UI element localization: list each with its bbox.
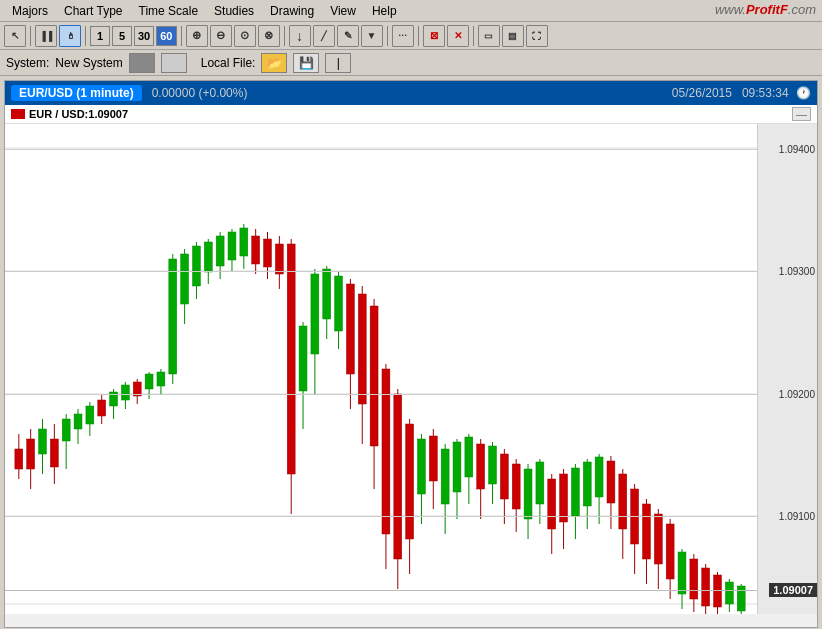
svg-rect-30	[157, 372, 165, 386]
toolbar: ↖ ▐▐ 🕯 1 5 30 60 ⊕ ⊖ ⊙ ⊗ ↓ ╱ ✎ ▼ ⋯ ⊠ ✕ ▭…	[0, 22, 822, 50]
chart-canvas-area: 1.09400 1.09300 1.09200 1.09100 1.09007	[5, 124, 817, 614]
close-x-btn[interactable]: ✕	[447, 25, 469, 47]
toolbar-sep-5	[387, 26, 388, 46]
layout-btn[interactable]: ▤	[502, 25, 524, 47]
line-draw-btn[interactable]: ╱	[313, 25, 335, 47]
snapshot-btn[interactable]: ▭	[478, 25, 500, 47]
period-60-btn[interactable]: 60	[156, 26, 176, 46]
system-label: System:	[6, 56, 49, 70]
svg-rect-10	[39, 429, 47, 454]
grid-line-1	[5, 149, 757, 150]
svg-rect-12	[50, 439, 58, 467]
svg-rect-14	[62, 419, 70, 441]
sys-btn-2[interactable]	[161, 53, 187, 73]
local-file-more-btn[interactable]: |	[325, 53, 351, 73]
chart-price-info: 0.00000 (+0.00%)	[152, 86, 672, 100]
symbol-text: EUR / USD:1.09007	[29, 108, 128, 120]
pointer-tool-btn[interactable]: ↖	[4, 25, 26, 47]
svg-rect-16	[74, 414, 82, 429]
menu-majors[interactable]: Majors	[4, 2, 56, 20]
svg-rect-66	[370, 306, 378, 446]
period-1-btn[interactable]: 1	[90, 26, 110, 46]
price-label-1: 1.09400	[779, 143, 815, 154]
price-axis: 1.09400 1.09300 1.09200 1.09100 1.09007	[757, 124, 817, 614]
svg-rect-98	[560, 474, 568, 522]
menu-bar: Majors Chart Type Time Scale Studies Dra…	[0, 0, 822, 22]
period-5-btn[interactable]: 5	[112, 26, 132, 46]
price-label-2: 1.09300	[779, 266, 815, 277]
svg-rect-24	[121, 385, 129, 400]
brand-logo: www.ProfitF.com	[715, 2, 816, 17]
symbol-flag	[11, 109, 25, 119]
svg-rect-50	[275, 244, 283, 274]
grid-line-4	[5, 516, 757, 517]
scroll-down-btn[interactable]: ↓	[289, 25, 311, 47]
svg-rect-62	[346, 284, 354, 374]
delete-btn[interactable]: ⊠	[423, 25, 445, 47]
svg-rect-106	[607, 461, 615, 503]
svg-rect-90	[512, 464, 520, 509]
svg-rect-104	[595, 457, 603, 497]
draw-dropdown-btn[interactable]: ▼	[361, 25, 383, 47]
toolbar-sep-7	[473, 26, 474, 46]
svg-rect-60	[335, 276, 343, 331]
toolbar-sep-3	[181, 26, 182, 46]
svg-rect-34	[181, 254, 189, 304]
menu-view[interactable]: View	[322, 2, 364, 20]
chart-time: 09:53:34	[742, 86, 789, 100]
svg-rect-58	[323, 269, 331, 319]
zoom-out-btn[interactable]: ⊖	[210, 25, 232, 47]
svg-rect-92	[524, 469, 532, 519]
menu-drawing[interactable]: Drawing	[262, 2, 322, 20]
toolbar-sep-2	[85, 26, 86, 46]
local-file-label: Local File:	[201, 56, 256, 70]
svg-rect-124	[714, 575, 722, 607]
bar-chart-btn[interactable]: ▐▐	[35, 25, 57, 47]
svg-rect-28	[145, 374, 153, 389]
svg-rect-126	[725, 582, 733, 604]
svg-rect-88	[500, 454, 508, 499]
zoom-reset-btn[interactable]: ⊙	[234, 25, 256, 47]
period-30-btn[interactable]: 30	[134, 26, 154, 46]
menu-time-scale[interactable]: Time Scale	[131, 2, 207, 20]
toolbar-sep-1	[30, 26, 31, 46]
price-label-3: 1.09200	[779, 388, 815, 399]
svg-rect-108	[619, 474, 627, 529]
grid-line-5	[5, 590, 757, 591]
draw-tool-btn[interactable]: ✎	[337, 25, 359, 47]
menu-help[interactable]: Help	[364, 2, 405, 20]
svg-rect-32	[169, 259, 177, 374]
svg-rect-102	[583, 462, 591, 506]
svg-rect-114	[654, 514, 662, 564]
svg-rect-78	[441, 449, 449, 504]
chart-container: EUR/USD (1 minute) 0.00000 (+0.00%) 05/2…	[4, 80, 818, 628]
chart-collapse-btn[interactable]: —	[792, 107, 811, 121]
zoom-fit-btn[interactable]: ⊗	[258, 25, 280, 47]
menu-studies[interactable]: Studies	[206, 2, 262, 20]
svg-rect-72	[406, 424, 414, 539]
svg-rect-74	[418, 439, 426, 494]
svg-rect-6	[15, 449, 23, 469]
dots-btn[interactable]: ⋯	[392, 25, 414, 47]
clock-icon: 🕐	[796, 86, 811, 100]
chart-datetime: 05/26/2015 09:53:34 🕐	[672, 86, 811, 100]
svg-rect-94	[536, 462, 544, 504]
svg-rect-96	[548, 479, 556, 529]
local-file-save-btn[interactable]: 💾	[293, 53, 319, 73]
svg-rect-52	[287, 244, 295, 474]
svg-rect-120	[690, 559, 698, 599]
candle-chart-btn[interactable]: 🕯	[59, 25, 81, 47]
svg-rect-20	[98, 400, 106, 416]
svg-rect-40	[216, 236, 224, 266]
toolbar-sep-6	[418, 26, 419, 46]
menu-chart-type[interactable]: Chart Type	[56, 2, 130, 20]
svg-rect-36	[193, 246, 201, 286]
svg-rect-64	[358, 294, 366, 404]
svg-rect-118	[678, 552, 686, 594]
candlestick-chart[interactable]	[5, 124, 757, 614]
local-file-open-btn[interactable]: 📂	[261, 53, 287, 73]
sys-btn-1[interactable]	[129, 53, 155, 73]
fullscreen-btn[interactable]: ⛶	[526, 25, 548, 47]
grid-line-2	[5, 271, 757, 272]
zoom-in-btn[interactable]: ⊕	[186, 25, 208, 47]
